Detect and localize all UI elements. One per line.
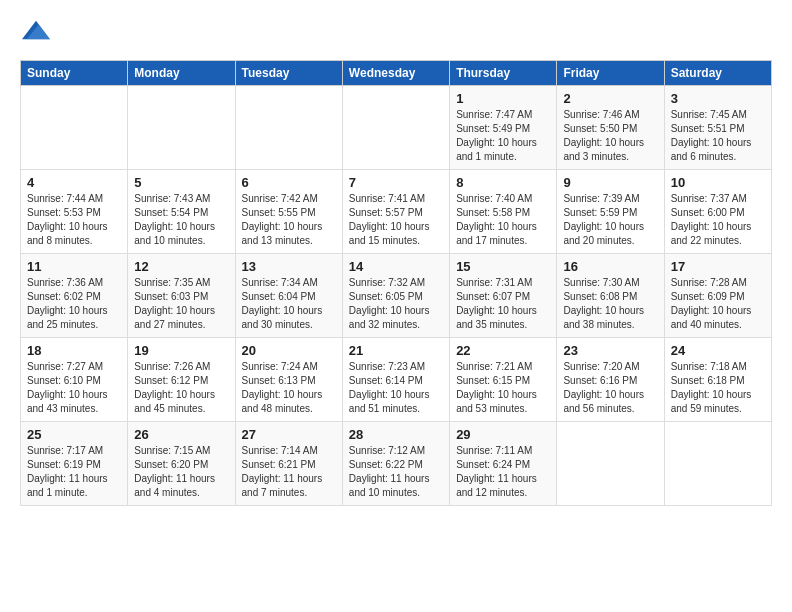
calendar-cell: 11Sunrise: 7:36 AM Sunset: 6:02 PM Dayli… (21, 254, 128, 338)
day-info: Sunrise: 7:21 AM Sunset: 6:15 PM Dayligh… (456, 360, 550, 416)
day-number: 1 (456, 91, 550, 106)
day-info: Sunrise: 7:32 AM Sunset: 6:05 PM Dayligh… (349, 276, 443, 332)
day-info: Sunrise: 7:41 AM Sunset: 5:57 PM Dayligh… (349, 192, 443, 248)
day-info: Sunrise: 7:35 AM Sunset: 6:03 PM Dayligh… (134, 276, 228, 332)
day-number: 4 (27, 175, 121, 190)
calendar-cell: 17Sunrise: 7:28 AM Sunset: 6:09 PM Dayli… (664, 254, 771, 338)
day-info: Sunrise: 7:12 AM Sunset: 6:22 PM Dayligh… (349, 444, 443, 500)
calendar-cell: 19Sunrise: 7:26 AM Sunset: 6:12 PM Dayli… (128, 338, 235, 422)
day-number: 12 (134, 259, 228, 274)
calendar-cell: 2Sunrise: 7:46 AM Sunset: 5:50 PM Daylig… (557, 86, 664, 170)
day-header-tuesday: Tuesday (235, 61, 342, 86)
day-number: 15 (456, 259, 550, 274)
day-number: 11 (27, 259, 121, 274)
day-number: 28 (349, 427, 443, 442)
calendar-table: SundayMondayTuesdayWednesdayThursdayFrid… (20, 60, 772, 506)
calendar-cell (664, 422, 771, 506)
day-header-saturday: Saturday (664, 61, 771, 86)
day-number: 13 (242, 259, 336, 274)
day-number: 25 (27, 427, 121, 442)
calendar-cell: 9Sunrise: 7:39 AM Sunset: 5:59 PM Daylig… (557, 170, 664, 254)
day-info: Sunrise: 7:18 AM Sunset: 6:18 PM Dayligh… (671, 360, 765, 416)
calendar-cell (557, 422, 664, 506)
calendar-cell: 23Sunrise: 7:20 AM Sunset: 6:16 PM Dayli… (557, 338, 664, 422)
calendar-week-row: 11Sunrise: 7:36 AM Sunset: 6:02 PM Dayli… (21, 254, 772, 338)
day-info: Sunrise: 7:20 AM Sunset: 6:16 PM Dayligh… (563, 360, 657, 416)
day-info: Sunrise: 7:46 AM Sunset: 5:50 PM Dayligh… (563, 108, 657, 164)
calendar-cell: 10Sunrise: 7:37 AM Sunset: 6:00 PM Dayli… (664, 170, 771, 254)
day-info: Sunrise: 7:39 AM Sunset: 5:59 PM Dayligh… (563, 192, 657, 248)
day-number: 29 (456, 427, 550, 442)
day-info: Sunrise: 7:30 AM Sunset: 6:08 PM Dayligh… (563, 276, 657, 332)
day-number: 21 (349, 343, 443, 358)
calendar-cell: 1Sunrise: 7:47 AM Sunset: 5:49 PM Daylig… (450, 86, 557, 170)
calendar-cell (235, 86, 342, 170)
calendar-cell: 8Sunrise: 7:40 AM Sunset: 5:58 PM Daylig… (450, 170, 557, 254)
calendar-cell: 12Sunrise: 7:35 AM Sunset: 6:03 PM Dayli… (128, 254, 235, 338)
calendar-cell: 28Sunrise: 7:12 AM Sunset: 6:22 PM Dayli… (342, 422, 449, 506)
day-info: Sunrise: 7:26 AM Sunset: 6:12 PM Dayligh… (134, 360, 228, 416)
calendar-cell: 27Sunrise: 7:14 AM Sunset: 6:21 PM Dayli… (235, 422, 342, 506)
day-number: 8 (456, 175, 550, 190)
day-number: 6 (242, 175, 336, 190)
logo (20, 16, 50, 48)
day-info: Sunrise: 7:17 AM Sunset: 6:19 PM Dayligh… (27, 444, 121, 500)
calendar-week-row: 18Sunrise: 7:27 AM Sunset: 6:10 PM Dayli… (21, 338, 772, 422)
calendar-cell: 16Sunrise: 7:30 AM Sunset: 6:08 PM Dayli… (557, 254, 664, 338)
day-info: Sunrise: 7:27 AM Sunset: 6:10 PM Dayligh… (27, 360, 121, 416)
calendar-week-row: 1Sunrise: 7:47 AM Sunset: 5:49 PM Daylig… (21, 86, 772, 170)
day-info: Sunrise: 7:34 AM Sunset: 6:04 PM Dayligh… (242, 276, 336, 332)
calendar-cell: 21Sunrise: 7:23 AM Sunset: 6:14 PM Dayli… (342, 338, 449, 422)
day-number: 7 (349, 175, 443, 190)
day-info: Sunrise: 7:31 AM Sunset: 6:07 PM Dayligh… (456, 276, 550, 332)
calendar-cell: 14Sunrise: 7:32 AM Sunset: 6:05 PM Dayli… (342, 254, 449, 338)
day-header-wednesday: Wednesday (342, 61, 449, 86)
day-info: Sunrise: 7:14 AM Sunset: 6:21 PM Dayligh… (242, 444, 336, 500)
day-info: Sunrise: 7:36 AM Sunset: 6:02 PM Dayligh… (27, 276, 121, 332)
day-info: Sunrise: 7:45 AM Sunset: 5:51 PM Dayligh… (671, 108, 765, 164)
day-number: 27 (242, 427, 336, 442)
day-header-thursday: Thursday (450, 61, 557, 86)
day-number: 22 (456, 343, 550, 358)
day-info: Sunrise: 7:23 AM Sunset: 6:14 PM Dayligh… (349, 360, 443, 416)
calendar-week-row: 4Sunrise: 7:44 AM Sunset: 5:53 PM Daylig… (21, 170, 772, 254)
calendar-cell: 25Sunrise: 7:17 AM Sunset: 6:19 PM Dayli… (21, 422, 128, 506)
calendar-cell: 6Sunrise: 7:42 AM Sunset: 5:55 PM Daylig… (235, 170, 342, 254)
calendar-cell: 26Sunrise: 7:15 AM Sunset: 6:20 PM Dayli… (128, 422, 235, 506)
day-header-monday: Monday (128, 61, 235, 86)
calendar-cell (128, 86, 235, 170)
day-header-sunday: Sunday (21, 61, 128, 86)
calendar-cell (21, 86, 128, 170)
day-number: 17 (671, 259, 765, 274)
day-number: 3 (671, 91, 765, 106)
calendar-cell: 18Sunrise: 7:27 AM Sunset: 6:10 PM Dayli… (21, 338, 128, 422)
day-info: Sunrise: 7:24 AM Sunset: 6:13 PM Dayligh… (242, 360, 336, 416)
day-number: 14 (349, 259, 443, 274)
calendar-cell: 13Sunrise: 7:34 AM Sunset: 6:04 PM Dayli… (235, 254, 342, 338)
calendar-cell: 24Sunrise: 7:18 AM Sunset: 6:18 PM Dayli… (664, 338, 771, 422)
day-number: 10 (671, 175, 765, 190)
day-info: Sunrise: 7:43 AM Sunset: 5:54 PM Dayligh… (134, 192, 228, 248)
calendar-cell: 5Sunrise: 7:43 AM Sunset: 5:54 PM Daylig… (128, 170, 235, 254)
calendar-cell: 7Sunrise: 7:41 AM Sunset: 5:57 PM Daylig… (342, 170, 449, 254)
day-number: 9 (563, 175, 657, 190)
day-info: Sunrise: 7:42 AM Sunset: 5:55 PM Dayligh… (242, 192, 336, 248)
calendar-cell: 22Sunrise: 7:21 AM Sunset: 6:15 PM Dayli… (450, 338, 557, 422)
day-info: Sunrise: 7:28 AM Sunset: 6:09 PM Dayligh… (671, 276, 765, 332)
day-info: Sunrise: 7:44 AM Sunset: 5:53 PM Dayligh… (27, 192, 121, 248)
day-info: Sunrise: 7:47 AM Sunset: 5:49 PM Dayligh… (456, 108, 550, 164)
day-number: 2 (563, 91, 657, 106)
calendar-cell: 4Sunrise: 7:44 AM Sunset: 5:53 PM Daylig… (21, 170, 128, 254)
day-number: 18 (27, 343, 121, 358)
day-info: Sunrise: 7:11 AM Sunset: 6:24 PM Dayligh… (456, 444, 550, 500)
day-number: 26 (134, 427, 228, 442)
day-number: 16 (563, 259, 657, 274)
calendar-cell: 3Sunrise: 7:45 AM Sunset: 5:51 PM Daylig… (664, 86, 771, 170)
day-info: Sunrise: 7:15 AM Sunset: 6:20 PM Dayligh… (134, 444, 228, 500)
calendar-cell: 20Sunrise: 7:24 AM Sunset: 6:13 PM Dayli… (235, 338, 342, 422)
day-header-friday: Friday (557, 61, 664, 86)
day-number: 19 (134, 343, 228, 358)
calendar-cell: 29Sunrise: 7:11 AM Sunset: 6:24 PM Dayli… (450, 422, 557, 506)
calendar-cell: 15Sunrise: 7:31 AM Sunset: 6:07 PM Dayli… (450, 254, 557, 338)
calendar-week-row: 25Sunrise: 7:17 AM Sunset: 6:19 PM Dayli… (21, 422, 772, 506)
